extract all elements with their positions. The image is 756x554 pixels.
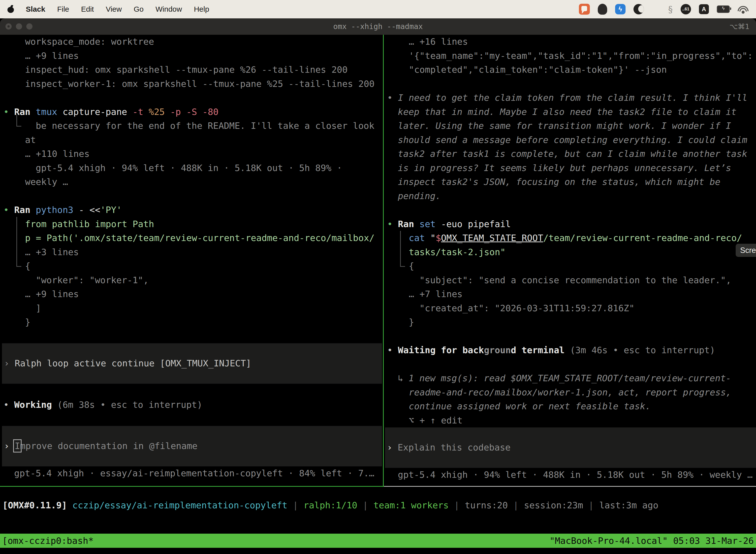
active-pane-border — [0, 486, 384, 487]
text-segment: mprove documentation in @filename — [20, 441, 197, 451]
menu-item-edit[interactable]: Edit — [81, 5, 94, 13]
terminal-line: • Ran tmux capture-pane -t %25 -p -S -80 — [3, 105, 383, 119]
terminal-line: { — [3, 259, 383, 273]
terminal-line: • I need to get the claim token from the… — [387, 91, 756, 105]
text-segment: team:1 workers — [374, 500, 449, 510]
text-segment: Working — [14, 400, 57, 410]
text-segment: } — [25, 317, 30, 327]
countdown-badge-icon[interactable]: ..61 — [681, 4, 691, 14]
text-segment: ↳ — [398, 373, 408, 383]
text-segment: (3m 46s • esc to interrupt) — [570, 345, 715, 355]
active-app-menu[interactable]: Slack — [26, 5, 45, 13]
text-segment: { — [409, 261, 414, 271]
terminal-line: gpt-5.4 xhigh · 94% left · 488K in · 5.1… — [3, 161, 383, 175]
menu-item-file[interactable]: File — [57, 5, 69, 13]
text-segment: keep that in mind. Maybe I also need the… — [398, 107, 737, 117]
menu-item-view[interactable]: View — [106, 5, 122, 13]
text-segment: cczip/essay/ai-reimplementation-copyleft — [72, 500, 288, 510]
text-segment: "subject": "send a concise recommendatio… — [420, 275, 731, 285]
tmux-pane-left[interactable]: workspace_mode: worktree… +9 linesinspec… — [0, 35, 383, 486]
menu-item-help[interactable]: Help — [194, 5, 209, 13]
battery-icon[interactable]: ϟ — [717, 5, 730, 13]
text-segment: tmux — [36, 107, 63, 117]
terminal-line: ↳ 1 new msg(s): read $OMX_TEAM_STATE_ROO… — [387, 371, 756, 385]
prompt-box-text: › Explain this codebase — [387, 441, 511, 455]
chat-app-icon[interactable] — [579, 4, 590, 15]
terminal-line: '{"team_name":"my-team","task_id":"1","f… — [387, 49, 756, 63]
text-segment: ⌥ + ↑ edit — [409, 415, 462, 426]
tmux-status-bar: [omx-cczip0:bash* "MacBook-Pro-44.local"… — [0, 534, 756, 548]
window-title-bar[interactable]: omx --xhigh --madmax ⌥⌘1 — [0, 18, 756, 35]
dots-grid-icon[interactable] — [652, 5, 660, 13]
blank-line — [3, 412, 383, 426]
terminal-line: inspect task2's JSON, focusing on the st… — [387, 175, 756, 189]
window-title: omx --xhigh --madmax — [0, 18, 756, 35]
text-segment: I — [15, 441, 20, 451]
text-segment: I need to get the claim token from the c… — [398, 93, 747, 103]
text-segment: session:23m — [524, 500, 583, 510]
text-segment: at — [25, 135, 36, 145]
text-segment: 1 new msg(s): read $OMX_TEAM_STATE_ROOT/… — [408, 373, 731, 383]
terminal-line: • Ran set -euo pipefail — [387, 217, 756, 231]
output-corner-icon — [400, 255, 405, 267]
terminal-line: "subject": "send a concise recommendatio… — [387, 273, 756, 287]
text-segment: • — [3, 400, 14, 410]
terminal-line: be necessary for the end of the README. … — [3, 119, 383, 133]
text-segment: -S — [186, 107, 202, 117]
terminal-line: ⌥ + ↑ edit — [387, 413, 756, 428]
status-icons: ϟ § ..61 A ϟ — [579, 4, 749, 15]
prompt-box[interactable]: › Explain this codebase — [385, 428, 756, 468]
squiggle-icon[interactable]: § — [668, 4, 673, 14]
terminal-line: tasks/task-2.json" — [387, 245, 756, 259]
text-segment: | — [288, 500, 304, 510]
a-key-icon[interactable]: A — [699, 4, 709, 14]
text-segment: be necessary for the end of the README. … — [36, 121, 374, 131]
text-segment: OMX_TEAM_STATE_ROOT — [441, 233, 543, 243]
text-segment: cat — [409, 233, 430, 243]
inactive-pane-border — [384, 486, 756, 487]
blank-line — [3, 384, 383, 398]
wifi-icon[interactable] — [738, 5, 749, 13]
terminal-line: • Working (6m 38s • esc to interrupt) — [3, 398, 383, 412]
terminal-line: keep that in mind. Maybe I also need the… — [387, 105, 756, 119]
text-segment: inspect task2's JSON, focusing on the st… — [398, 177, 720, 187]
blank-line — [387, 77, 756, 91]
prompt-box[interactable]: › Ralph loop active continue [OMX_TMUX_I… — [2, 343, 382, 384]
prompt-box-text: › Improve documentation in @filename — [4, 439, 197, 453]
terminal-line: … +9 lines — [3, 49, 383, 63]
text-segment: continue assigned work or next feasible … — [409, 401, 650, 411]
text-segment: python3 — [36, 205, 79, 215]
terminal-line: should send a message before completing … — [387, 133, 756, 147]
text-segment: gpt-5.4 xhigh · 94% left · 488K in · 5.1… — [36, 163, 342, 173]
blue-bolt-badge-icon[interactable]: ϟ — [615, 4, 626, 14]
text-segment: %25 — [148, 107, 170, 117]
terminal-line: "worker": "worker-1", — [3, 273, 383, 287]
blank-line — [3, 329, 383, 343]
pane-bottom-border — [0, 486, 756, 487]
text-segment: is in progress? It seems likely but perh… — [398, 163, 731, 173]
apple-menu-icon[interactable] — [7, 5, 14, 13]
omx-status-line: [OMX#0.11.9] cczip/essay/ai-reimplementa… — [2, 498, 658, 512]
text-segment: -p — [170, 107, 186, 117]
terminal-line: gpt-5.4 xhigh · essay/ai-reimplementatio… — [3, 466, 383, 481]
text-segment: } — [409, 317, 414, 327]
text-segment: | — [508, 500, 524, 510]
text-segment: | — [449, 500, 465, 510]
text-segment: " — [430, 233, 436, 243]
text-segment: task2 after task1 is complete, but can I… — [398, 149, 747, 159]
text-segment: tasks/task-2.json" — [409, 247, 505, 257]
text-segment: • — [387, 345, 398, 355]
tmux-host-clock: "MacBook-Pro-44.local" 05:03 31-Mar-26 — [549, 536, 754, 546]
prompt-box[interactable]: › Improve documentation in @filename — [2, 426, 382, 466]
menu-item-window[interactable]: Window — [155, 5, 182, 13]
shield-grid-icon[interactable] — [598, 4, 607, 15]
text-segment: • — [3, 107, 14, 117]
text-segment: should send a message before completing … — [398, 135, 747, 145]
text-segment: /team/review-current-readme-and-reco/ — [543, 233, 742, 243]
text-segment: readme-and-reco/mailbox/worker-1.json, a… — [409, 387, 731, 397]
tmux-pane-right[interactable]: … +16 lines'{"team_name":"my-team","task… — [384, 35, 756, 486]
text-segment: Ran — [14, 205, 36, 215]
text-segment: capture-pane — [63, 107, 132, 117]
crescent-app-icon[interactable] — [633, 4, 644, 14]
menu-item-go[interactable]: Go — [134, 5, 144, 13]
